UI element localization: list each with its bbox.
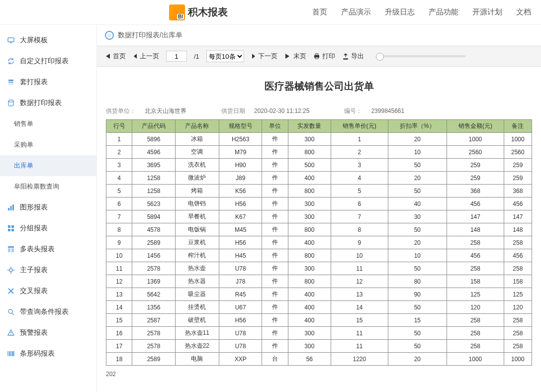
table-cell: 158 (504, 275, 532, 288)
first-page-button[interactable]: 首页 (104, 52, 126, 61)
next-page-button[interactable]: 下一页 (251, 52, 277, 61)
sidebar-item[interactable]: 自定义打印报表 (0, 51, 96, 72)
table-cell: 冰箱 (175, 133, 219, 146)
sidebar: 大屏模板自定义打印报表套打报表数据打印报表销售单采购单出库单阜阳检票数查询图形报… (0, 25, 97, 392)
table-cell: 微波炉 (175, 172, 219, 185)
sidebar-subitem[interactable]: 出库单 (0, 155, 96, 176)
table-cell: 1 (331, 133, 388, 146)
svg-point-4 (8, 100, 13, 102)
table-cell: 3 (331, 159, 388, 172)
table-cell: 烤箱 (175, 185, 219, 197)
topnav-item[interactable]: 开源计划 (472, 7, 502, 17)
table-cell: 4 (331, 172, 388, 185)
table-row: 41258微波炉J89件400420259259 (106, 172, 532, 185)
table-cell: 7 (331, 210, 388, 223)
logo-icon (169, 4, 185, 20)
sidebar-item[interactable]: 大屏模板 (0, 30, 96, 51)
table-cell: 早餐机 (175, 210, 219, 223)
table-cell: 6 (331, 197, 388, 210)
topnav-item[interactable]: 文档 (516, 7, 531, 17)
topnav-item[interactable]: 产品演示 (341, 7, 371, 17)
table-row: 152587破壁机H56件4001515258258 (106, 314, 532, 327)
svg-rect-7 (12, 204, 14, 210)
table-cell: 258 (504, 327, 532, 340)
table-cell: 5896 (132, 133, 175, 146)
table-cell: 5642 (132, 288, 175, 301)
prev-page-button[interactable]: 上一页 (133, 52, 159, 61)
table-cell: 259 (504, 159, 532, 172)
table-cell: 300 (288, 133, 331, 146)
table-cell: 300 (288, 262, 331, 275)
table-cell: 147 (447, 210, 504, 223)
page-total: /1 (194, 53, 199, 60)
sidebar-item[interactable]: 多表头报表 (0, 239, 96, 260)
table-cell: 件 (262, 327, 288, 340)
topnav-item[interactable]: 产品功能 (429, 7, 458, 17)
sidebar-item[interactable]: 套打报表 (0, 72, 96, 93)
table-cell: 件 (262, 249, 288, 262)
table-cell: 件 (262, 275, 288, 288)
master-icon (7, 266, 15, 274)
sidebar-item[interactable]: 数据打印报表 (0, 93, 96, 113)
table-cell: 300 (288, 340, 331, 353)
table-cell: 400 (288, 172, 331, 185)
report-area: 医疗器械销售公司出货单 供货单位：北京天山海世界 供货日期2020-02-30 … (97, 67, 541, 392)
export-button[interactable]: 导出 (342, 52, 364, 61)
query-icon (7, 308, 15, 316)
table-cell: J78 (219, 275, 262, 288)
stack-icon (7, 78, 15, 86)
table-cell: 7 (106, 210, 132, 223)
table-header-cell: 备注 (504, 120, 532, 133)
topnav-item[interactable]: 升级日志 (385, 7, 415, 17)
table-cell: 1 (106, 133, 132, 146)
sidebar-item[interactable]: 图形报表 (0, 197, 96, 218)
zoom-slider[interactable] (376, 55, 465, 57)
sidebar-subitem[interactable]: 销售单 (0, 113, 96, 134)
sidebar-item[interactable]: 预警报表 (0, 322, 96, 343)
sidebar-item[interactable]: 带查询条件报表 (0, 301, 96, 322)
table-cell: 368 (504, 185, 532, 197)
export-icon (342, 53, 349, 60)
page-input[interactable] (166, 51, 187, 62)
table-cell: 258 (504, 262, 532, 275)
table-cell: 8 (106, 223, 132, 236)
last-page-button[interactable]: 末页 (284, 52, 306, 61)
table-cell: 1000 (447, 133, 504, 146)
table-cell: 120 (447, 301, 504, 314)
table-cell: H45 (219, 249, 262, 262)
table-cell: R45 (219, 288, 262, 301)
table-cell: 热水器 (175, 275, 219, 288)
table-row: 92589豆浆机H56件400920258258 (106, 236, 532, 249)
table-cell: 300 (288, 210, 331, 223)
sidebar-subitem[interactable]: 采购单 (0, 134, 96, 155)
table-cell: 456 (504, 249, 532, 262)
sidebar-item[interactable]: 条形码报表 (0, 343, 96, 364)
table-cell: 125 (504, 288, 532, 301)
table-row: 162578热水壶11U78件3001150258258 (106, 327, 532, 340)
table-cell: 50 (388, 262, 447, 275)
table-cell: J89 (219, 172, 262, 185)
perpage-select[interactable]: 每页10条 (206, 50, 244, 62)
sidebar-subitem[interactable]: 阜阳检票数查询 (0, 176, 96, 197)
svg-rect-3 (8, 84, 13, 85)
table-cell: 5894 (132, 210, 175, 223)
table-cell: 11 (331, 262, 388, 275)
table-cell: 258 (504, 314, 532, 327)
topnav-item[interactable]: 首页 (312, 7, 327, 17)
sidebar-item[interactable]: 分组报表 (0, 218, 96, 239)
table-cell: 2 (331, 146, 388, 159)
table-cell: 热水壶 (175, 262, 219, 275)
sidebar-item[interactable]: 交叉报表 (0, 281, 96, 301)
table-cell: 电饭锅 (175, 223, 219, 236)
print-button[interactable]: 打印 (313, 52, 335, 61)
table-cell: M79 (219, 146, 262, 159)
sidebar-item[interactable]: 主子报表 (0, 260, 96, 281)
table-cell: 件 (262, 301, 288, 314)
logo[interactable]: 积木报表 (169, 4, 228, 20)
table-cell: 11 (331, 327, 388, 340)
table-cell: 259 (447, 159, 504, 172)
svg-rect-12 (8, 246, 14, 248)
table-header-row: 行号产品代码产品名称规格型号单位实发数量销售单价(元)折扣率（%）销售金额(元)… (106, 120, 532, 133)
table-cell: 2587 (132, 314, 175, 327)
table-row: 75894早餐机K67件300730147147 (106, 210, 532, 223)
